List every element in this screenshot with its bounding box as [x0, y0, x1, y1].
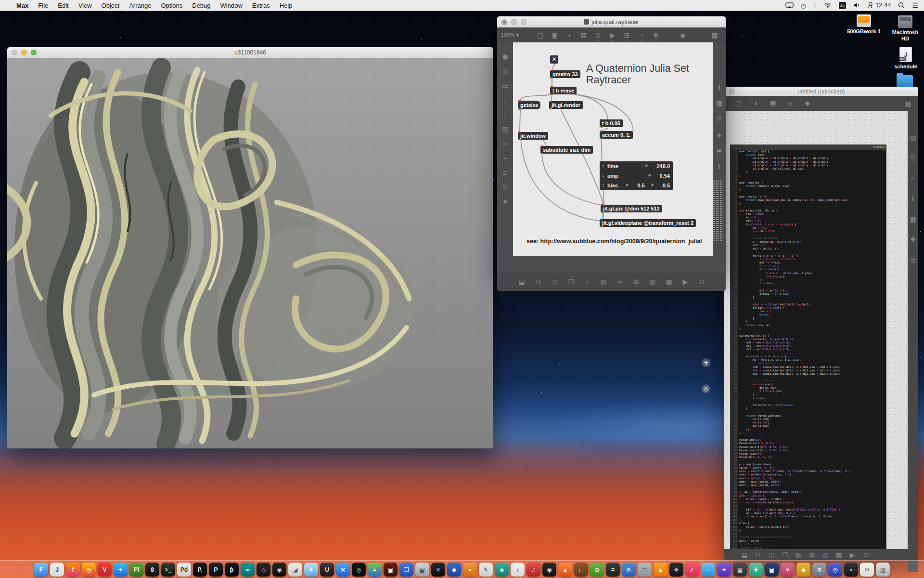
attr-value[interactable]: 0.5: [637, 183, 644, 188]
grid-snap-icon[interactable]: ▦: [792, 551, 805, 559]
comment-icon[interactable]: ◖: [748, 99, 763, 107]
dock-icon-chrome[interactable]: ◎: [82, 563, 96, 577]
comment-icon[interactable]: ◖: [562, 31, 577, 39]
menu-edit[interactable]: Edit: [53, 2, 73, 9]
jit-window-object[interactable]: jit.window: [518, 132, 548, 140]
lock-icon[interactable]: ⬓: [513, 278, 530, 286]
dock-icon-navy-app[interactable]: ▣: [765, 563, 779, 577]
dock-icon-guitar-app[interactable]: ♩: [574, 563, 588, 577]
dock-icon-finder[interactable]: F: [34, 563, 48, 577]
matrix-icon[interactable]: ▩: [832, 551, 846, 559]
dock-icon-music2-app[interactable]: ♬: [685, 563, 699, 577]
spotlight-icon[interactable]: [898, 2, 905, 9]
airplay-icon[interactable]: [785, 2, 794, 9]
gl-render-object[interactable]: jit.gl.render: [549, 101, 583, 109]
attr-value[interactable]: 0.54: [660, 173, 670, 179]
mute-icon[interactable]: ♪: [579, 278, 595, 286]
dock-icon-paper-app[interactable]: ✉: [860, 563, 874, 577]
list-icon[interactable]: ☰: [906, 154, 920, 162]
button-icon[interactable]: ⊙▾: [591, 31, 605, 39]
object-box-icon[interactable]: ▢: [533, 31, 548, 39]
dock-icon-bot-app[interactable]: ◉: [272, 563, 286, 577]
pause-icon[interactable]: ‖: [712, 163, 727, 171]
menu-extras[interactable]: Extras: [247, 2, 275, 9]
dock-icon-dark2-app[interactable]: ❖: [669, 563, 683, 577]
getsize-message[interactable]: getsize: [518, 101, 540, 109]
dock-icon-radar-app[interactable]: ◎: [352, 563, 366, 577]
dock-icon-cone-app[interactable]: ▲: [654, 563, 667, 577]
matrix-icon[interactable]: ▩: [661, 278, 677, 286]
info-icon[interactable]: ℹ: [906, 195, 920, 203]
select-icon[interactable]: ⊡: [751, 551, 765, 559]
grid-toggle-icon[interactable]: ▩: [707, 31, 722, 39]
dock-icon-gray-app[interactable]: ◻: [638, 563, 652, 577]
piano-icon[interactable]: ▥: [644, 278, 661, 286]
desktop-icon-folder[interactable]: [885, 75, 924, 88]
dock-icon-book-app[interactable]: ❐: [399, 563, 413, 577]
image-icon[interactable]: ▨: [498, 125, 513, 133]
paint-bucket-icon[interactable]: ◆: [676, 31, 690, 39]
untitled-titlebar[interactable]: untitled (unlocked): [724, 87, 918, 96]
desktop-icon-500gbwork[interactable]: 500GBwork 1: [844, 14, 884, 35]
dock-icon-journal[interactable]: J: [50, 563, 64, 577]
sequencer-icon[interactable]: ⁞: [498, 111, 513, 118]
grid-panel-icon[interactable]: ▦: [906, 134, 920, 142]
target-icon[interactable]: ◎: [906, 256, 920, 263]
substitute-object[interactable]: substitute size dim: [540, 146, 593, 154]
dock-icon-machine-app[interactable]: ▤: [415, 563, 429, 577]
power-icon[interactable]: ⊙: [693, 278, 710, 286]
dock-icon-mint-app[interactable]: ✚: [749, 563, 763, 577]
bucket-icon[interactable]: ◆: [800, 99, 815, 107]
playbar-icon[interactable]: ▶▾: [605, 31, 620, 39]
power-icon[interactable]: ⊙: [859, 551, 873, 559]
dock-icon-eight-ball[interactable]: 8: [145, 563, 159, 577]
close-button[interactable]: [12, 50, 17, 55]
dock-icon-piano-app[interactable]: ♪: [511, 563, 525, 577]
volume-icon[interactable]: [853, 2, 860, 8]
dock-icon-fontforge[interactable]: Ff: [129, 563, 143, 577]
patch-canvas[interactable]: A Quaternion Julia Set Raytracer ✕ qmetr…: [513, 42, 713, 256]
add-icon[interactable]: ✚: [906, 236, 920, 243]
filters-icon[interactable]: ≣: [712, 147, 727, 155]
dock-icon-trash[interactable]: ▥: [876, 563, 890, 577]
target-icon[interactable]: ◎: [498, 67, 513, 75]
paperclip-icon[interactable]: ∞: [498, 140, 513, 147]
code-canvas[interactable]: CodeBox 12345678910111213141516171819202…: [724, 111, 908, 549]
grid-toggle-icon[interactable]: ▩: [901, 100, 915, 107]
zoom-control[interactable]: 100% ▾: [501, 32, 519, 38]
dock-icon-rose-app[interactable]: ♥: [781, 563, 795, 577]
dock-icon-pencil-app[interactable]: ✎: [479, 563, 493, 577]
dock-icon-xcode[interactable]: ⚒: [336, 563, 350, 577]
desktop-icon-schedule[interactable]: J schedule: [886, 47, 924, 70]
dock-icon-unity[interactable]: U: [320, 563, 334, 577]
dock-icon-vivaldi[interactable]: V: [98, 563, 112, 577]
dock-icon-cube-app[interactable]: ◇: [257, 563, 270, 577]
dock-icon-flame-app[interactable]: ▲: [558, 563, 572, 577]
lock-icon[interactable]: ⬓: [738, 551, 751, 559]
select-icon[interactable]: ⊡: [530, 278, 546, 286]
dock-icon-music-app[interactable]: ♫: [526, 563, 540, 577]
menu-file[interactable]: File: [33, 2, 53, 9]
dock-icon-blue-app[interactable]: ◆: [447, 563, 461, 577]
dock-icon-p-dot[interactable]: P.: [193, 563, 207, 577]
attrui-row-time[interactable]: ▴▾time▶248.0: [600, 161, 673, 171]
menu-options[interactable]: Options: [156, 2, 187, 9]
dock-icon-violet-app[interactable]: ✦: [717, 563, 731, 577]
wrench-icon[interactable]: ⚙: [805, 551, 819, 559]
bluetooth-icon[interactable]: ᛒ: [813, 2, 817, 9]
menu-window[interactable]: Window: [216, 2, 247, 9]
notification-center-icon[interactable]: ☰: [912, 1, 918, 9]
trigger-erase-object[interactable]: t b erase: [550, 87, 577, 94]
dial-icon[interactable]: ◔▾: [634, 31, 649, 39]
menu-clock[interactable]: 月 12:44: [867, 1, 891, 10]
dock-icon-sky-app[interactable]: ○: [701, 563, 715, 577]
stepper-icon[interactable]: ▴▾: [603, 183, 604, 188]
dock-icon-copter-app[interactable]: ✈: [304, 563, 318, 577]
patch-title-comment[interactable]: A Quaternion Julia Set Raytracer: [586, 63, 689, 86]
zoom-button[interactable]: [31, 50, 37, 55]
dock-icon-orange-app[interactable]: ●: [463, 563, 477, 577]
wifi-icon[interactable]: [824, 2, 832, 8]
attrui-row-bias[interactable]: ▴▾bias▶0.5▶0.5: [600, 181, 673, 190]
dock-icon-slate-app[interactable]: ▦: [733, 563, 747, 577]
dock-icon-arduino[interactable]: ∞: [241, 563, 255, 577]
